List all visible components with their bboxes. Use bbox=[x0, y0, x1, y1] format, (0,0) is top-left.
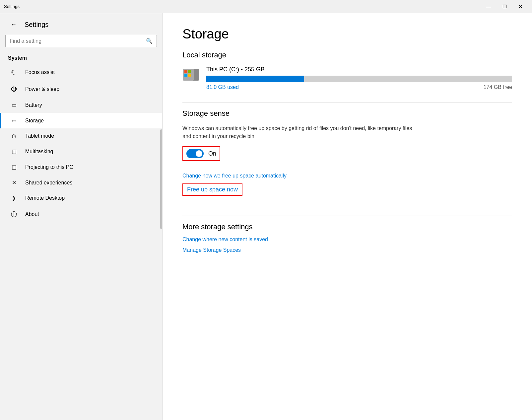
sidebar-item-focus-assist[interactable]: ☾ Focus assist bbox=[0, 64, 162, 81]
back-button[interactable]: ← bbox=[8, 20, 19, 30]
sidebar-scrollbar[interactable] bbox=[160, 129, 162, 229]
storage-free-label: 174 GB free bbox=[484, 84, 512, 90]
storage-bar-labels: 81.0 GB used 174 GB free bbox=[206, 84, 512, 90]
storage-sense-title: Storage sense bbox=[182, 109, 512, 118]
sidebar-item-power-sleep[interactable]: ⏻ Power & sleep bbox=[0, 81, 162, 97]
focus-assist-icon: ☾ bbox=[9, 68, 19, 76]
sidebar-item-label: Projecting to this PC bbox=[25, 164, 73, 170]
sidebar-item-label: Remote Desktop bbox=[25, 195, 65, 201]
local-storage-title: Local storage bbox=[182, 51, 512, 59]
main-content: Storage Local storage bbox=[163, 13, 532, 420]
app-container: ← Settings 🔍 System ☾ Focus assist ⏻ Pow… bbox=[0, 13, 532, 420]
more-settings-title: More storage settings bbox=[182, 223, 512, 231]
about-icon: ⓘ bbox=[9, 210, 19, 218]
sidebar-item-label: Tablet mode bbox=[25, 133, 54, 139]
sidebar-item-label: About bbox=[25, 211, 39, 217]
drive-info: This PC (C:) - 255 GB 81.0 GB used 174 G… bbox=[206, 66, 512, 90]
free-space-link[interactable]: Free up space now bbox=[182, 183, 242, 196]
sidebar-item-tablet-mode[interactable]: ⎙ Tablet mode bbox=[0, 128, 162, 144]
sidebar-item-multitasking[interactable]: ◫ Multitasking bbox=[0, 144, 162, 159]
sidebar-item-battery[interactable]: ▭ Battery bbox=[0, 97, 162, 113]
sidebar-item-label: Shared experiences bbox=[25, 180, 72, 186]
toggle-knob bbox=[196, 150, 202, 157]
sidebar-item-label: Power & sleep bbox=[25, 86, 59, 92]
titlebar: Settings — ☐ ✕ bbox=[0, 0, 532, 13]
change-content-link[interactable]: Change where new content is saved bbox=[182, 237, 512, 243]
projecting-icon: ◫ bbox=[9, 164, 19, 170]
sidebar-item-remote-desktop[interactable]: ❯ Remote Desktop bbox=[0, 190, 162, 206]
close-button[interactable]: ✕ bbox=[513, 1, 528, 12]
manage-storage-link[interactable]: Manage Storage Spaces bbox=[182, 247, 512, 253]
sidebar-item-label: Focus assist bbox=[25, 69, 55, 75]
storage-icon: ▭ bbox=[9, 117, 19, 124]
storage-sense-section: Storage sense Windows can automatically … bbox=[182, 109, 512, 206]
search-icon: 🔍 bbox=[146, 38, 153, 44]
shared-icon: ✕ bbox=[9, 179, 19, 186]
titlebar-title: Settings bbox=[4, 4, 20, 9]
storage-drive: This PC (C:) - 255 GB 81.0 GB used 174 G… bbox=[182, 66, 512, 90]
change-auto-link[interactable]: Change how we free up space automaticall… bbox=[182, 173, 512, 179]
more-storage-settings: More storage settings Change where new c… bbox=[182, 223, 512, 253]
storage-used-label: 81.0 GB used bbox=[206, 84, 239, 90]
sidebar-item-storage[interactable]: ▭ Storage bbox=[0, 113, 162, 128]
free-space-box: Free up space now bbox=[182, 183, 512, 206]
sidebar-item-projecting[interactable]: ◫ Projecting to this PC bbox=[0, 159, 162, 175]
toggle-label: On bbox=[208, 150, 216, 157]
sidebar-item-label: Multitasking bbox=[25, 149, 53, 155]
tablet-icon: ⎙ bbox=[9, 133, 19, 139]
sidebar-item-about[interactable]: ⓘ About bbox=[0, 206, 162, 223]
drive-name: This PC (C:) - 255 GB bbox=[206, 66, 512, 73]
divider-2 bbox=[182, 216, 512, 216]
multitasking-icon: ◫ bbox=[9, 148, 19, 155]
search-box[interactable]: 🔍 bbox=[5, 35, 157, 47]
search-input[interactable] bbox=[10, 38, 143, 44]
drive-icon-wrapper bbox=[182, 66, 200, 83]
minimize-button[interactable]: — bbox=[481, 1, 496, 12]
toggle-row[interactable]: On bbox=[182, 146, 220, 161]
toggle-container: On bbox=[182, 146, 512, 167]
sidebar-item-label: Battery bbox=[25, 102, 42, 108]
remote-icon: ❯ bbox=[9, 195, 19, 201]
maximize-button[interactable]: ☐ bbox=[497, 1, 512, 12]
sidebar: ← Settings 🔍 System ☾ Focus assist ⏻ Pow… bbox=[0, 13, 163, 420]
storage-bar-used bbox=[206, 76, 304, 82]
system-label: System bbox=[0, 52, 162, 64]
storage-bar bbox=[206, 76, 512, 82]
sidebar-item-shared-experiences[interactable]: ✕ Shared experiences bbox=[0, 175, 162, 190]
sidebar-header: ← Settings bbox=[0, 13, 162, 35]
battery-icon: ▭ bbox=[9, 102, 19, 108]
titlebar-controls: — ☐ ✕ bbox=[481, 1, 528, 12]
storage-sense-toggle[interactable] bbox=[186, 149, 204, 158]
page-title: Storage bbox=[182, 27, 512, 41]
drive-icon bbox=[182, 66, 200, 83]
sidebar-item-label: Storage bbox=[25, 118, 44, 124]
storage-sense-desc: Windows can automatically free up space … bbox=[182, 124, 415, 140]
sidebar-app-title: Settings bbox=[25, 21, 48, 29]
divider-1 bbox=[182, 102, 512, 103]
power-icon: ⏻ bbox=[9, 86, 19, 93]
